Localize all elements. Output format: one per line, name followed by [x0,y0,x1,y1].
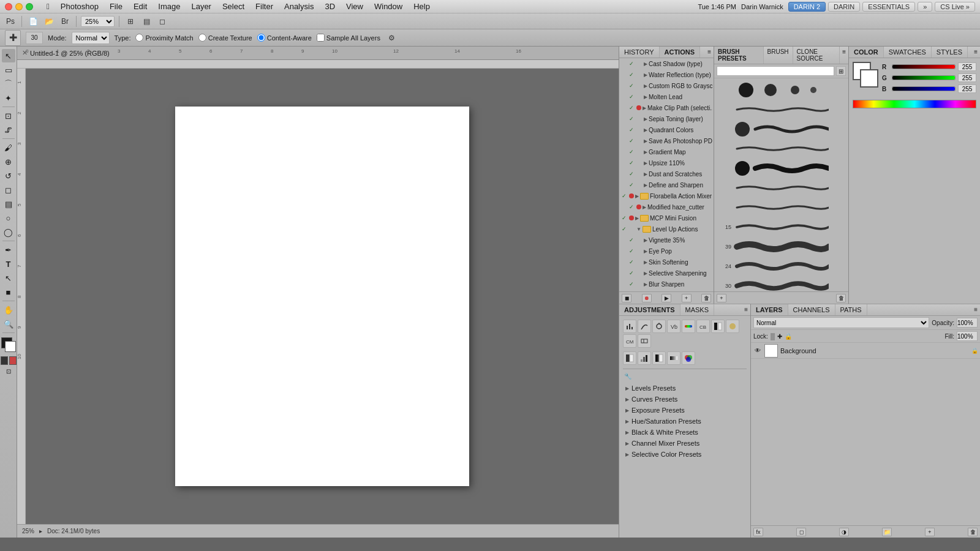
adj-huesat-icon[interactable] [682,320,695,333]
adj-threshold-icon[interactable] [652,351,666,365]
action-item[interactable]: ✓▶Define and Sharpen [619,179,714,190]
background-color-swatch[interactable] [860,69,878,88]
tab-brush[interactable]: BRUSH [764,47,793,64]
record-btn[interactable]: ⏺ [642,294,652,302]
action-item[interactable]: ✓▶Save As Photoshop PDF [619,135,714,146]
action-check[interactable]: ✓ [628,126,635,133]
adjustment-layer-btn[interactable]: ◑ [839,528,849,536]
menu-file[interactable]: File [105,1,127,12]
action-check[interactable]: ✓ [628,71,635,78]
heal-options-icon[interactable]: ⚙ [385,31,399,45]
action-item[interactable]: ✓▶Vignette 35% [619,234,714,246]
action-check[interactable]: ✓ [628,115,635,122]
action-expand-arrow[interactable]: ▶ [635,216,639,221]
color-menu-btn[interactable]: ≡ [971,47,980,58]
eraser-tool[interactable]: ◻ [2,183,15,197]
new-group-btn[interactable]: 📁 [882,528,892,536]
tab-color[interactable]: COLOR [849,47,884,58]
b-track[interactable] [892,86,956,91]
pen-tool[interactable]: ✒ [2,243,15,257]
stop-btn[interactable]: ◼ [622,294,631,302]
adj-preset-item[interactable]: ▶Exposure Presets [623,405,747,415]
brush-size-field[interactable]: 30 [26,32,43,44]
add-style-btn[interactable]: fx [753,528,763,536]
action-check[interactable]: ✓ [628,203,635,211]
close-button[interactable] [5,3,12,10]
action-check[interactable]: ✓ [620,192,628,200]
adj-selectivecolor-icon[interactable] [682,351,695,365]
menu-help[interactable]: Help [409,1,435,12]
workspace-essentials[interactable]: ESSENTIALS [862,2,915,12]
new-brush-btn[interactable]: + [717,294,726,302]
brush-item[interactable] [717,100,846,119]
tab-channels[interactable]: CHANNELS [788,304,835,315]
menu-apple[interactable]:  [42,1,55,12]
adj-curves-icon[interactable] [638,320,651,333]
delete-brush-btn[interactable]: 🗑 [836,294,846,302]
action-item[interactable]: ✓▶Upsize 110% [619,157,714,168]
arrange-icon[interactable]: ⊞ [124,15,137,28]
healing-tool-icon[interactable]: ✚ [5,30,21,46]
action-item[interactable]: ✓▼Level Up Actions [619,223,714,234]
r-track[interactable] [892,64,956,69]
action-check[interactable]: ✓ [628,247,635,255]
hand-tool[interactable]: ✋ [2,303,15,317]
magic-wand-tool[interactable]: ✦ [2,91,15,105]
action-check[interactable]: ✓ [628,82,635,89]
adj-preset-item[interactable]: ▶Hue/Saturation Presets [623,416,747,426]
action-item[interactable]: ✓▶Gradient Map [619,146,714,157]
brush-item[interactable] [717,159,846,178]
delete-layer-btn[interactable]: 🗑 [968,528,978,536]
new-action-btn[interactable]: + [682,294,692,302]
actions-menu-btn[interactable]: ≡ [705,47,714,58]
new-doc-icon[interactable]: 📄 [26,15,40,28]
brush-item[interactable] [717,140,846,158]
background-color[interactable] [5,341,16,352]
bridge-icon[interactable]: Br [58,15,72,28]
lock-all-icon[interactable]: 🔒 [785,333,792,340]
action-item[interactable]: ✓▶Cast Shadow (type) [619,58,714,69]
action-item[interactable]: ✓▶Eye Pop [619,246,714,257]
tab-clone-source[interactable]: CLONE SOURCE [793,47,840,64]
screen-mode-btn[interactable]: ⊡ [6,368,11,375]
quick-mask-mode[interactable] [9,356,17,365]
action-check[interactable]: ✓ [628,258,635,266]
open-doc-icon[interactable]: 📂 [42,15,56,28]
standard-mode[interactable] [1,356,8,365]
menu-analysis[interactable]: Analysis [279,1,318,12]
stamp-tool[interactable]: ⊕ [2,155,15,168]
menu-3d[interactable]: 3D [320,1,340,12]
workspace-cslive[interactable]: CS Live » [935,2,975,12]
brush-item[interactable]: 39 [717,238,846,256]
action-expand-arrow[interactable]: ▶ [635,193,639,199]
adj-colorbalance-icon[interactable]: CB [696,320,710,333]
menu-window[interactable]: Window [369,1,407,12]
brush-item[interactable] [717,198,846,217]
lasso-tool[interactable]: ⌒ [2,77,15,91]
action-item[interactable]: ✓▶Blur Sharpen [619,279,714,290]
brush-view-toggle[interactable]: ⊞ [836,66,846,76]
view-mode-icon[interactable]: ▤ [140,15,153,28]
action-item[interactable]: ✓▶Quadrant Colors [619,124,714,135]
action-item[interactable]: ✓▶Dust and Scratches [619,168,714,179]
blur-tool[interactable]: ○ [2,211,15,225]
add-mask-btn[interactable]: ◻ [796,528,806,536]
action-check[interactable]: ✓ [628,280,635,288]
action-item[interactable]: ✓▶Modified haze_cutter [619,201,714,212]
action-item[interactable]: ✓▶MCP Mini Fusion [619,212,714,223]
action-item[interactable]: ✓▶Make Clip Path (selecti... [619,102,714,113]
action-item[interactable]: ✓▶Water Reflection (type) [619,69,714,80]
move-tool[interactable]: ↖ [2,49,15,62]
zoom-select[interactable]: 25% 50% 100% [81,16,115,27]
action-check[interactable]: ✓ [628,93,635,100]
layer-eye-icon[interactable]: 👁 [753,347,762,355]
opacity-input[interactable] [957,318,978,328]
adj-channelmix-icon[interactable]: CM [623,334,636,348]
menu-filter[interactable]: Filter [251,1,278,12]
adj-preset-item[interactable]: ▶Black & White Presets [623,427,747,437]
texture-radio[interactable] [198,34,206,42]
tab-adjustments[interactable]: ADJUSTMENTS [619,304,680,315]
nav-arrow[interactable]: ▸ [39,528,42,534]
menu-layer[interactable]: Layer [186,1,216,12]
action-check[interactable]: ✓ [628,137,635,144]
